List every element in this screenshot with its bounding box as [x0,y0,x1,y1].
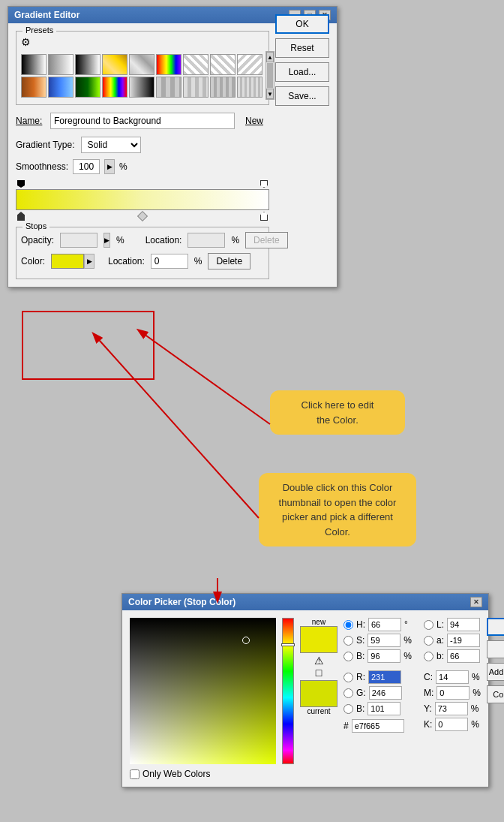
hsb-col: H: ° S: % B: [344,618,412,733]
r-input[interactable] [368,670,401,684]
m-input[interactable] [436,686,470,700]
delete-button-1[interactable]: Delete [245,232,288,248]
opacity-input[interactable] [60,233,98,248]
gradient-area [16,180,269,224]
gradient-editor-title: Gradient Editor [14,10,80,20]
b2-label: b: [436,651,444,661]
cp-ok-button[interactable]: OK [487,618,504,636]
a-input[interactable] [447,634,480,647]
l-radio[interactable] [424,620,434,630]
s-radio[interactable] [344,636,353,646]
color-field[interactable] [130,618,276,764]
h-input[interactable] [368,618,401,631]
preset-item[interactable] [21,77,46,98]
gradient-type-label: Gradient Type: [16,140,75,150]
preset-item[interactable] [102,77,128,98]
b-input[interactable] [368,649,400,663]
bottom-left-stop-marker[interactable] [17,212,25,221]
location2-input[interactable] [151,254,188,269]
y-row: Y: % [424,702,481,715]
reset-button[interactable]: Reset [275,38,329,58]
cp-color-libraries-button[interactable]: Color Libraries [487,685,504,703]
cp-close-button[interactable]: ✕ [470,597,482,607]
gear-icon[interactable]: ⚙ [21,36,31,48]
b-radio[interactable] [344,652,353,661]
location1-input[interactable] [188,233,225,248]
callout-1-text: Click here to editthe Color. [302,399,374,426]
ok-button[interactable]: OK [275,14,329,34]
c-label: C: [424,672,433,682]
preset-item[interactable] [75,77,100,98]
preset-item[interactable] [210,54,236,75]
color-gradient [130,618,276,764]
preset-item[interactable] [183,77,208,98]
color-thumbnail[interactable] [51,254,84,269]
color-stepper[interactable]: ▶ [84,254,94,269]
r-label: R: [356,672,365,682]
cp-add-swatches-button[interactable]: Add to Swatches [487,663,504,681]
opacity-label: Opacity: [21,235,54,245]
name-input[interactable]: Foreground to Background [50,113,235,129]
s-row: S: % [344,634,412,647]
gradient-bar[interactable] [16,189,269,210]
g-radio[interactable] [344,688,353,698]
bottom-diamond-marker[interactable] [137,211,148,221]
load-button[interactable]: Load... [275,62,329,82]
preset-item[interactable] [48,77,74,98]
k-input[interactable] [435,718,468,731]
preset-item[interactable] [129,54,154,75]
color-picker-body: new ⚠ □ current H: ° [122,610,488,787]
b2-input[interactable] [447,649,480,663]
preset-item[interactable] [102,54,128,75]
scroll-up-arrow[interactable]: ▲ [266,52,274,62]
c-input[interactable] [436,670,469,684]
top-left-stop-marker[interactable] [17,180,25,188]
hex-input[interactable] [352,719,404,733]
callout-1: Click here to editthe Color. [270,390,405,435]
l-label: L: [436,619,444,630]
presets-scrollbar[interactable]: ▲ ▼ [266,51,274,100]
gradient-type-select[interactable]: Solid Noise [81,137,141,153]
preset-item[interactable] [156,77,182,98]
color-crosshair [242,637,250,644]
r-radio[interactable] [344,673,353,682]
hue-slider[interactable] [282,618,294,764]
h-label: H: [356,619,365,630]
l-input[interactable] [447,618,480,631]
h-radio[interactable] [344,620,353,630]
y-input[interactable] [435,702,468,715]
blue-input[interactable] [368,702,400,715]
bottom-right-stop-marker[interactable] [260,212,268,221]
preset-item[interactable] [237,54,262,75]
scroll-thumb[interactable] [267,63,273,88]
smoothness-input[interactable] [73,159,100,174]
a-label: a: [436,635,444,646]
scroll-down-arrow[interactable]: ▼ [266,89,274,99]
only-web-colors-checkbox[interactable] [130,769,140,779]
preset-item[interactable] [75,54,100,75]
preset-item[interactable] [48,54,74,75]
svg-rect-3 [22,312,154,379]
cp-values-columns: H: ° S: % B: [344,618,481,733]
opacity-stepper[interactable]: ▶ [104,233,110,248]
b2-radio[interactable] [424,652,434,661]
delete-button-2[interactable]: Delete [208,253,250,269]
preset-item[interactable] [156,54,182,75]
a-radio[interactable] [424,636,434,646]
save-button[interactable]: Save... [275,86,329,106]
presets-label: Presets [22,26,56,35]
preset-item[interactable] [210,77,236,98]
blue-row: B: [344,702,412,715]
top-right-stop-marker[interactable] [260,180,268,188]
s-input[interactable] [368,634,400,647]
smoothness-stepper[interactable]: ▶ [104,159,115,174]
cp-titlebar-controls: ✕ [470,597,482,607]
cp-reset-button[interactable]: Reset [487,640,504,658]
g-input[interactable] [369,686,402,700]
new-button[interactable]: New [239,113,269,129]
preset-item[interactable] [183,54,208,75]
blue-radio[interactable] [344,704,353,714]
preset-item[interactable] [21,54,46,75]
preset-item[interactable] [129,77,154,98]
preset-item[interactable] [237,77,262,98]
